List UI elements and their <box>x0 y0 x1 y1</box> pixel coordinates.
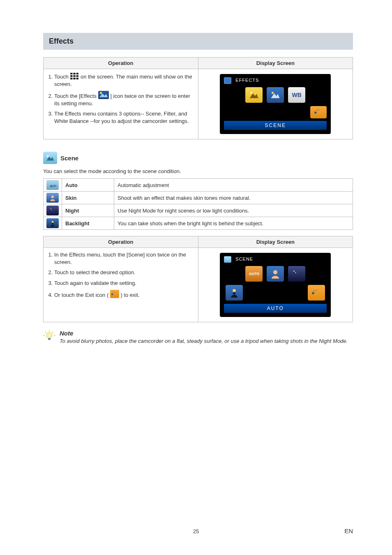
mode-desc: Shoot with an effect that makes skin ton… <box>114 192 353 204</box>
header-operation: Operation <box>44 58 198 69</box>
scene-heading-title: Scene <box>60 155 78 162</box>
backlight-option-icon <box>226 285 243 301</box>
table-row: Backlight You can take shots when the br… <box>44 217 353 230</box>
auto-mode-icon: AUTO <box>46 180 59 190</box>
svg-point-16 <box>293 271 295 272</box>
note-title: Note <box>60 330 348 337</box>
mode-name: Night <box>62 204 114 217</box>
scene-desc: You can select the mode according to the… <box>43 168 353 174</box>
mode-name: Skin <box>62 192 114 204</box>
svg-point-11 <box>51 208 51 209</box>
svg-point-13 <box>52 221 54 223</box>
effects-display-panel: EFFECTS WB <box>220 74 331 134</box>
effects-step-1: Touch on the screen. The main menu will … <box>54 72 195 88</box>
svg-point-15 <box>273 270 277 274</box>
text: Touch the [Effects <box>54 93 98 99</box>
table-row: AUTO Auto Automatic adjustment <box>44 179 353 192</box>
panel-footer: AUTO <box>224 304 327 313</box>
lightbulb-icon <box>43 330 55 342</box>
text: ) to exit. <box>120 292 139 298</box>
header-operation: Operation <box>44 236 198 248</box>
svg-point-7 <box>272 92 274 94</box>
svg-point-20 <box>46 333 52 338</box>
back-icon <box>308 285 325 301</box>
panel-title-icon <box>224 77 231 84</box>
mode-name: Backlight <box>62 217 114 230</box>
night-mode-icon <box>46 206 59 215</box>
page-number: 25 <box>0 528 392 534</box>
svg-point-18 <box>233 289 236 292</box>
svg-line-25 <box>45 332 46 333</box>
scene-heading-icon <box>43 152 57 164</box>
menu-grid-icon <box>70 72 79 80</box>
svg-point-10 <box>51 195 54 198</box>
svg-point-17 <box>295 272 296 273</box>
table-row: Night Use Night Mode for night scenes or… <box>44 204 353 217</box>
svg-point-5 <box>100 92 102 94</box>
svg-text:AUTO: AUTO <box>50 185 56 187</box>
skin-option-icon <box>267 266 284 282</box>
panel-footer: SCENE <box>224 121 327 130</box>
skin-mode-icon <box>46 193 59 203</box>
mode-desc: Use Night Mode for night scenes or low l… <box>114 204 353 217</box>
note-block: Note To avoid blurry photos, place the c… <box>43 330 353 345</box>
scene-modes-table: AUTO Auto Automatic adjustment Skin Shoo… <box>43 178 353 230</box>
text: Or touch the Exit icon ( <box>54 292 110 298</box>
scene-heading: Scene <box>43 152 353 164</box>
svg-point-12 <box>51 210 52 210</box>
effects-operation-table: Operation Display Screen Touch on the sc… <box>43 57 353 139</box>
scene-option-icon <box>245 87 263 103</box>
header-display: Display Screen <box>198 58 353 69</box>
exit-icon <box>110 290 119 298</box>
language-label: EN <box>344 527 353 534</box>
effects-step-3: The Effects menu contains 3 options-- Sc… <box>54 110 195 125</box>
back-icon <box>310 106 327 118</box>
scene-step-4: Or touch the Exit icon ( ) to exit. <box>54 290 195 299</box>
panel-title: EFFECTS <box>235 78 259 83</box>
section-title: Effects <box>43 33 353 50</box>
svg-point-14 <box>52 223 53 224</box>
auto-option-icon: AUTO <box>245 266 263 282</box>
mode-name: Auto <box>62 179 114 192</box>
mode-desc: You can take shots when the bright light… <box>114 217 353 230</box>
backlight-mode-icon <box>46 218 59 228</box>
svg-rect-21 <box>48 338 51 340</box>
mode-desc: Automatic adjustment <box>114 179 353 192</box>
scene-operation-table: Operation Display Screen In the Effects … <box>43 236 353 322</box>
wb-option-icon: WB <box>288 87 305 103</box>
svg-point-6 <box>250 92 252 94</box>
svg-point-8 <box>47 155 49 157</box>
svg-point-19 <box>233 292 235 294</box>
panel-title-icon <box>224 256 231 263</box>
scene-step-3: Touch again to validate the setting. <box>54 280 195 287</box>
text: Touch <box>54 74 70 80</box>
night-option-icon <box>288 266 305 282</box>
effects-icon <box>98 91 109 99</box>
panel-title: SCENE <box>235 257 253 261</box>
table-row: Skin Shoot with an effect that makes ski… <box>44 192 353 204</box>
effects-step-2: Touch the [Effects ] icon twice on the s… <box>54 91 195 107</box>
filter-option-icon <box>267 87 284 103</box>
scene-step-2: Touch to select the desired option. <box>54 269 195 276</box>
note-text: To avoid blurry photos, place the camcor… <box>60 338 348 345</box>
svg-line-26 <box>52 332 53 333</box>
scene-display-panel: SCENE AUTO <box>220 253 331 317</box>
svg-rect-0 <box>70 72 79 80</box>
header-display: Display Screen <box>198 236 353 248</box>
scene-step-1: In the Effects menu, touch the [Scene] i… <box>54 251 195 266</box>
